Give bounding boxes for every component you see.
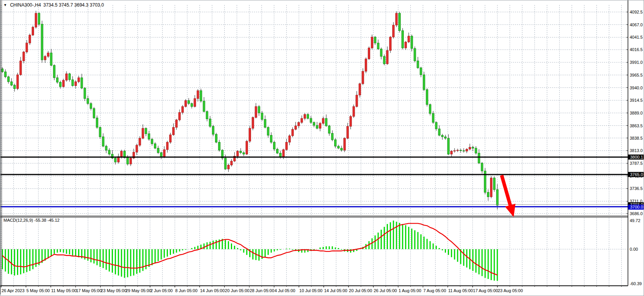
time-axis-label: 14 Jul 05:00: [324, 288, 347, 293]
chevron-down-icon[interactable]: ▼: [3, 3, 7, 7]
time-axis-label: 10 Jul 05:00: [299, 288, 323, 293]
price-axis-label: 3965.5: [630, 73, 643, 77]
price-tag-3700: 3700.0: [628, 205, 644, 210]
svg-text:3800.1: 3800.1: [630, 155, 643, 159]
price-axis-label: 3914.5: [630, 98, 643, 103]
price-axis-label: 3889.0: [630, 111, 643, 115]
price-axis-label: 3991.0: [630, 60, 643, 65]
price-axis-label: 3787.5: [630, 161, 643, 166]
time-axis-label: 29 May 05:00: [126, 288, 152, 293]
chart-title-bar: ▼ CHINA300-,H4 3734.5 3745.7 3694.3 3703…: [3, 2, 104, 8]
chart-window: 4092.54067.04041.54016.53991.03965.53940…: [0, 0, 644, 296]
time-axis-label: 17 Aug 05:00: [473, 288, 498, 293]
time-axis-label: 17 May 05:00: [76, 288, 102, 293]
price-axis-label: 4041.5: [630, 35, 643, 39]
price-axis-label: 3686.0: [630, 211, 643, 216]
price-axis-label: 3940.0: [630, 86, 643, 90]
svg-text:3700.0: 3700.0: [630, 205, 643, 209]
time-axis-label: 14 Jun 05:00: [200, 288, 225, 293]
time-axis-label: 20 Jul 05:00: [349, 288, 372, 293]
price-axis-label: 3813.0: [630, 148, 643, 153]
macd-axis-label: -60.39: [630, 281, 642, 286]
svg-text:3765.0: 3765.0: [630, 172, 643, 177]
time-axis-label: 8 Jun 05:00: [175, 288, 198, 293]
price-axis-label: 4092.5: [630, 10, 643, 14]
horizontal-price-lines[interactable]: [1, 157, 628, 207]
candlestick-series: [2, 11, 499, 210]
arrowhead: [505, 204, 516, 217]
price-tag-3800: 3800.1: [628, 154, 644, 159]
time-axis-label: 4 Jul 05:00: [275, 288, 296, 293]
time-axis-label: 23 May 05:00: [101, 288, 127, 293]
price-axis-label: 4067.0: [630, 22, 643, 27]
time-axis-label: 20 Jun 05:00: [225, 288, 249, 293]
grid-lines: [1, 5, 628, 285]
time-axis-label: 26 Jul 05:00: [374, 288, 397, 293]
down-arrow-annotation[interactable]: [502, 175, 516, 217]
time-axis-label: 11 May 05:00: [51, 288, 77, 293]
time-axis-label: 2 Jun 05:00: [150, 288, 173, 293]
price-axis-label: 4016.5: [630, 47, 643, 52]
time-axis-label: 23 Aug 05:00: [498, 288, 523, 293]
time-axis-label: 1 Aug 05:00: [398, 288, 421, 293]
price-axis-label: 3736.5: [630, 186, 643, 191]
macd-axis-label: 49.72: [630, 218, 641, 223]
symbol-period-label: CHINA300-,H4: [10, 2, 41, 8]
time-axis-label: 7 Aug 05:00: [424, 288, 446, 293]
macd-indicator-label: MACD(12,26,9) -55.38 -45.12: [3, 218, 60, 222]
price-axis-label: 3838.5: [630, 136, 643, 140]
macd-axis-label: 0.00: [630, 247, 638, 252]
time-axis-label: 28 Jun 05:00: [250, 288, 275, 293]
time-axis-label: 5 May 05:00: [26, 288, 50, 293]
price-axis-label: 3863.5: [630, 123, 643, 128]
time-axis-label: 26 Apr 2023: [2, 288, 24, 293]
ohlc-values-label: 3734.5 3745.7 3694.3 3703.0: [43, 2, 104, 8]
price-tag-3765: 3765.0: [628, 172, 644, 177]
chart-canvas[interactable]: 4092.54067.04041.54016.53991.03965.53940…: [0, 0, 644, 296]
time-axis-label: 11 Aug 05:00: [448, 288, 473, 293]
